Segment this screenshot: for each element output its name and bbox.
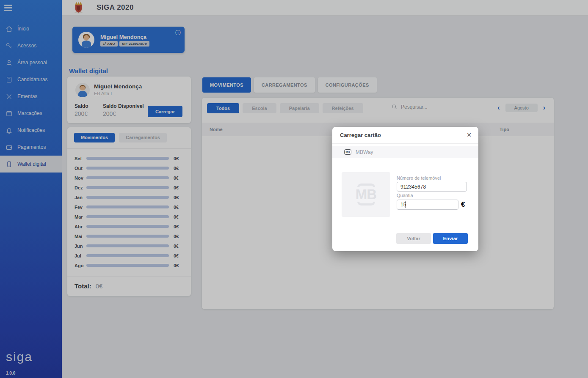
phone-input[interactable]	[397, 182, 467, 192]
mb-logo-text: MB	[356, 187, 376, 202]
carregar-cartao-modal: Carregar cartão ✕ MB MBWay MB Número de …	[332, 127, 478, 251]
amount-field-wrap	[397, 200, 458, 210]
euro-symbol: €	[461, 200, 465, 209]
close-icon[interactable]: ✕	[467, 131, 472, 138]
amount-label: Quantia	[397, 193, 413, 198]
mbway-logo-placeholder: MB	[342, 172, 390, 217]
phone-label: Número de telemóvel	[397, 175, 441, 181]
payment-method-mbway[interactable]: MB MBWay	[332, 146, 478, 158]
modal-header: Carregar cartão ✕	[332, 127, 478, 144]
mb-bracket-bottom	[357, 202, 375, 205]
mb-mini-icon: MB	[344, 149, 351, 155]
text-caret	[406, 201, 406, 208]
mbway-label: MBWay	[356, 149, 373, 155]
modal-title: Carregar cartão	[340, 132, 381, 138]
enviar-button[interactable]: Enviar	[433, 233, 468, 244]
modal-backdrop[interactable]	[0, 0, 588, 378]
voltar-button[interactable]: Voltar	[396, 233, 431, 244]
